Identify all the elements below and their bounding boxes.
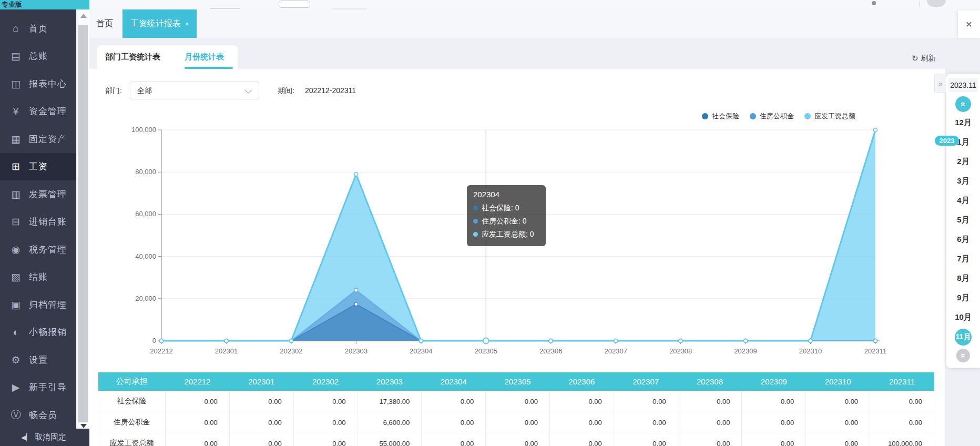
sidebar-item[interactable]: ▤总账 (0, 43, 76, 70)
sidebar-item-label: 报表中心 (29, 78, 67, 90)
data-point-marker[interactable] (744, 339, 748, 343)
summary-table: 公司承担202212202301202302202303202304202305… (98, 372, 934, 446)
month-item-label: 1月 (957, 137, 969, 147)
month-item[interactable]: 8月 (946, 269, 980, 288)
table-cell: 0.00 (870, 391, 934, 412)
table-row: 社会保险0.000.000.0017,380.000.000.000.000.0… (98, 391, 934, 412)
data-point-marker[interactable] (419, 339, 423, 343)
sidebar-item[interactable]: ◫报表中心 (0, 70, 76, 98)
data-point-marker[interactable] (874, 128, 877, 132)
table-cell: 0.00 (806, 391, 870, 412)
rail-scroll-down-button[interactable]: » (956, 349, 970, 362)
data-point-marker[interactable] (809, 339, 812, 343)
tooltip-title: 202304 (473, 190, 538, 199)
month-item[interactable]: 3月 (946, 171, 980, 191)
tooltip-series-value: 应发工资总额: 0 (482, 228, 534, 241)
current-period-selector[interactable]: 2023.11 (948, 78, 978, 92)
table-cell: 0.00 (806, 412, 870, 433)
scroll-up-arrow-icon[interactable] (80, 14, 87, 18)
table-header-month: 202301 (229, 372, 293, 391)
month-item[interactable]: 12月 (946, 113, 980, 133)
table-header-label: 公司承担 (98, 372, 166, 391)
data-point-marker[interactable] (289, 339, 293, 343)
y-tick-label: 100,000 (131, 126, 156, 134)
month-item[interactable]: 5月 (946, 210, 980, 230)
sidebar-item[interactable]: ▣归档管理 (0, 291, 76, 319)
tab-label: 工资统计报表 (130, 18, 181, 29)
unpin-sidebar-button[interactable]: ◀▏ 取消固定 (0, 429, 89, 446)
table-cell: 0.00 (293, 433, 358, 446)
table-row: 应发工资总额0.000.000.0055,000.000.000.000.000… (98, 433, 934, 446)
notification-icon[interactable] (872, 1, 876, 5)
sidebar-item[interactable]: ▧结账 (0, 263, 76, 291)
scrollbar-thumb[interactable] (78, 25, 88, 422)
data-point-marker[interactable] (224, 339, 228, 343)
table-cell: 0.00 (678, 391, 742, 412)
month-item[interactable]: 11月 (946, 327, 980, 347)
sidebar-item[interactable]: ¥资金管理 (0, 98, 76, 126)
y-tick-label: 80,000 (135, 168, 156, 176)
sidebar-item-label: 总账 (29, 50, 48, 62)
tab-home[interactable]: 首页 (89, 9, 122, 38)
tax-icon: ◉ (9, 244, 23, 256)
scroll-down-arrow-icon[interactable] (80, 424, 87, 428)
month-rail: 2023.11 « 12月1月2月3月4月5月6月7月8月9月10月11月 » (946, 74, 980, 368)
sidebar-item[interactable]: ⌂首页 (0, 15, 76, 43)
sidebar-item[interactable]: ▥发票管理 (0, 180, 76, 208)
data-point-marker[interactable] (354, 302, 358, 306)
month-item-label: 7月 (957, 254, 969, 264)
sidebar-item[interactable]: ⊞工资 (0, 153, 76, 181)
table-header-month: 202305 (486, 372, 550, 391)
data-point-marker[interactable] (354, 173, 358, 176)
sidebar-item[interactable]: ▦固定资产 (0, 125, 76, 153)
refresh-button[interactable]: ↻ 刷新 (912, 54, 936, 63)
tab-salary-report[interactable]: 工资统计报表 × (122, 9, 197, 38)
month-item[interactable]: 2月 (946, 152, 980, 171)
avatar[interactable] (927, 0, 946, 7)
sidebar-item[interactable]: ◐小畅报销 (0, 319, 76, 347)
subtab-dept-salary[interactable]: 部门工资统计表 (105, 52, 160, 62)
month-item[interactable]: 4月 (946, 191, 980, 210)
sidebar-scrollbar[interactable] (76, 9, 89, 429)
rail-scroll-up-button[interactable]: « (955, 96, 971, 112)
data-point-marker[interactable] (549, 339, 553, 343)
data-point-marker[interactable] (614, 339, 618, 343)
table-cell: 0.00 (614, 412, 678, 433)
data-point-marker[interactable] (679, 339, 682, 343)
sidebar-menu: ⌂首页▤总账◫报表中心¥资金管理▦固定资产⊞工资▥发票管理⊟进销台账◉税务管理▧… (0, 9, 76, 429)
month-item[interactable]: 7月 (946, 249, 980, 269)
data-point-marker[interactable] (354, 288, 358, 292)
table-header-month: 202306 (549, 372, 614, 391)
month-item[interactable]: 10月 (946, 308, 980, 327)
tab-strip: 首页 工资统计报表 × × (89, 9, 980, 38)
table-cell: 0.00 (678, 412, 742, 433)
top-partial-button[interactable] (279, 1, 310, 8)
sidebar-item[interactable]: ◉税务管理 (0, 236, 76, 263)
table-cell: 0.00 (166, 412, 230, 433)
table-cell: 0.00 (678, 433, 742, 446)
table-row-label: 社会保险 (98, 391, 166, 412)
period-filter-value: 202212-202311 (305, 86, 356, 95)
month-rail-collapse-handle[interactable]: » (934, 74, 946, 93)
month-item[interactable]: 9月 (946, 288, 980, 308)
ledger-icon: ▤ (9, 50, 23, 62)
sidebar-item[interactable]: Ⓥ畅会员 (0, 401, 76, 429)
table-cell: 0.00 (422, 433, 486, 446)
sidebar: ⌂首页▤总账◫报表中心¥资金管理▦固定资产⊞工资▥发票管理⊟进销台账◉税务管理▧… (0, 9, 76, 429)
closing-icon: ▧ (9, 271, 23, 283)
sidebar-item[interactable]: ⊟进销台账 (0, 208, 76, 236)
table-row: 住房公积金0.000.000.006,600.000.000.000.000.0… (98, 412, 934, 433)
month-item-label: 5月 (957, 215, 969, 225)
tab-close-icon[interactable]: × (185, 20, 189, 28)
sidebar-item[interactable]: ▶新手引导 (0, 374, 76, 402)
sidebar-item[interactable]: ⚙设置 (0, 346, 76, 374)
subtab-monthly[interactable]: 月份统计表 (185, 52, 224, 62)
month-item[interactable]: 6月 (946, 230, 980, 249)
data-point-marker[interactable] (874, 339, 877, 343)
data-point-marker[interactable] (160, 339, 164, 343)
table-cell: 0.00 (870, 412, 934, 433)
table-cell: 0.00 (742, 391, 806, 412)
table-cell: 0.00 (806, 433, 870, 446)
month-item-label: 10月 (955, 312, 972, 322)
close-panel-button[interactable]: × (958, 11, 980, 38)
